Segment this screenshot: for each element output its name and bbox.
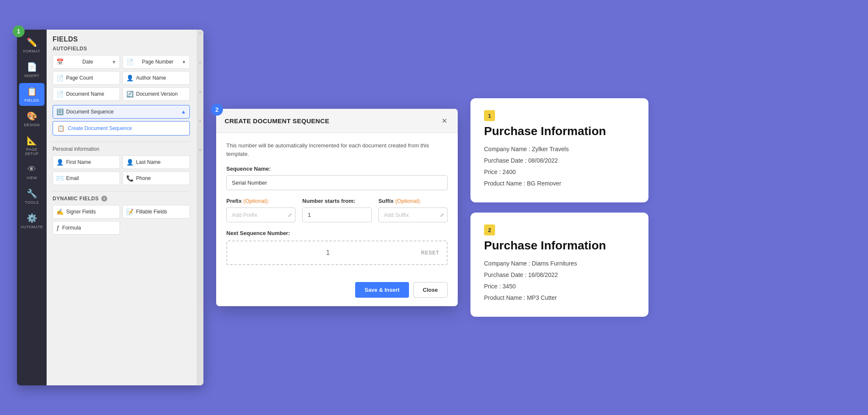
page-setup-icon: 📐 (27, 136, 37, 146)
suffix-input[interactable] (378, 208, 448, 222)
first-name-btn[interactable]: 👤 First Name (53, 155, 120, 169)
sidebar-label-automate: AUTOMATE (20, 225, 43, 229)
fillable-fields-btn[interactable]: 📝 Fillable Fields (122, 205, 190, 219)
fields-content: FIELDS AUTOFIELDS 📅 Date ▼ 📄 Page Number… (47, 30, 197, 241)
phone-label: Phone (136, 175, 151, 181)
suffix-label-text: Suffix (378, 198, 394, 204)
sidebar-item-view[interactable]: 👁 VIEW (19, 161, 45, 183)
fields-panel: FIELDS AUTOFIELDS 📅 Date ▼ 📄 Page Number… (47, 30, 203, 385)
page-count-label: Page Count (66, 75, 93, 81)
ruler-mark-1: 1 (199, 31, 201, 35)
fillable-fields-label: Fillable Fields (136, 209, 167, 215)
card2-field-2: Purchase Date : 16/08/2022 (484, 271, 635, 279)
document-sequence-row[interactable]: 🔢 Document Sequence ▲ (53, 105, 190, 119)
modal-header: CREATE DOCUMENT SEQUENCE ✕ (216, 109, 458, 133)
fields-title: FIELDS (53, 36, 190, 43)
sidebar-label-tools: TOOLS (25, 200, 39, 205)
sequence-name-label: Sequence Name: (226, 166, 448, 172)
modal-title: CREATE DOCUMENT SEQUENCE (225, 117, 329, 125)
card1-title: Purchase Information (484, 125, 635, 138)
document-name-field-btn[interactable]: 📄 Document Name (53, 87, 120, 101)
create-document-sequence-item[interactable]: 📋 Create Document Sequence (53, 121, 190, 136)
number-starts-text: Number starts from: (302, 198, 355, 204)
sidebar-item-design[interactable]: 🎨 DESIGN (19, 108, 45, 130)
doc-seq-label: Document Sequence (66, 109, 114, 115)
phone-btn[interactable]: 📞 Phone (122, 172, 190, 185)
dynamic-fields-grid: ✍️ Signer Fields 📝 Fillable Fields ƒ For… (53, 205, 190, 235)
sidebar: ✏️ FORMAT 📄 INSERT 📋 FIELDS 🎨 DESIGN 📐 P… (17, 30, 47, 385)
doc-seq-icon: 🔢 (56, 108, 64, 115)
ruler: 1 2 3 4 5 (197, 30, 203, 385)
divider2 (53, 191, 190, 191)
sidebar-item-insert[interactable]: 📄 INSERT (19, 58, 45, 81)
card2-field-1: Company Name : Diams Furnitures (484, 259, 635, 268)
page-number-field-btn[interactable]: 📄 Page Number ▼ (122, 55, 190, 69)
last-name-btn[interactable]: 👤 Last Name (122, 155, 190, 169)
close-button[interactable]: Close (413, 282, 448, 298)
suffix-expand-icon[interactable]: ⤢ (440, 212, 444, 218)
formula-label: Formula (62, 225, 81, 231)
prefix-col: Prefix (Optional): ⤢ (226, 198, 295, 222)
personal-info-grid: 👤 First Name 👤 Last Name ✉️ Email 📞 Phon… (53, 155, 190, 185)
insert-icon: 📄 (27, 62, 37, 72)
modal-description: This number will be automatically increm… (226, 141, 448, 158)
formula-icon: ƒ (56, 224, 60, 231)
autofields-section-title: AUTOFIELDS (53, 46, 190, 52)
signer-fields-btn[interactable]: ✍️ Signer Fields (53, 205, 120, 219)
dynamic-info-icon: i (101, 196, 107, 202)
prefix-optional-text: (Optional): (243, 198, 269, 204)
left-panel: 1 ✏️ FORMAT 📄 INSERT 📋 FIELDS 🎨 DESIGN 📐 (17, 30, 203, 385)
sequence-name-input[interactable] (226, 175, 448, 190)
dynamic-fields-title: DYNAMIC FIELDS i (53, 196, 190, 202)
document-name-label: Document Name (66, 91, 104, 97)
modal-footer: Save & Insert Close (216, 282, 458, 306)
sidebar-item-fields[interactable]: 📋 FIELDS (19, 83, 45, 106)
sidebar-label-view: VIEW (26, 176, 37, 180)
app-window: ✏️ FORMAT 📄 INSERT 📋 FIELDS 🎨 DESIGN 📐 P… (17, 30, 203, 385)
personal-info-title: Personal information (53, 146, 190, 152)
first-name-icon: 👤 (56, 159, 64, 166)
chevron-up-icon: ▲ (181, 109, 186, 115)
page-number-label: Page Number (142, 59, 173, 65)
prefix-expand-icon[interactable]: ⤢ (288, 212, 292, 218)
tools-icon: 🔧 (27, 188, 37, 199)
formula-btn[interactable]: ƒ Formula (53, 221, 120, 235)
number-starts-input[interactable] (302, 208, 371, 222)
page-count-field-btn[interactable]: 📄 Page Count (53, 71, 120, 85)
document-version-icon: 🔄 (126, 91, 134, 97)
date-icon: 📅 (56, 58, 64, 65)
card2-badge: 2 (484, 224, 495, 235)
card1-field-3: Price : 2400 (484, 168, 635, 177)
suffix-label-row: Suffix (Optional): (378, 198, 448, 204)
sidebar-label-page-setup: PAGE SETUP (21, 147, 43, 156)
author-name-field-btn[interactable]: 👤 Author Name (122, 71, 190, 85)
suffix-optional-text: (Optional): (395, 198, 421, 204)
suffix-col: Suffix (Optional): ⤢ (378, 198, 448, 222)
doc-card-2: 2 Purchase Information Company Name : Di… (470, 213, 648, 317)
sidebar-label-insert: INSERT (24, 74, 39, 78)
card1-field-1: Company Name : Zylker Travels (484, 145, 635, 154)
divider (53, 141, 190, 142)
email-label: Email (66, 175, 79, 181)
doc-seq-left: 🔢 Document Sequence (56, 108, 114, 115)
save-insert-button[interactable]: Save & Insert (355, 282, 409, 298)
sidebar-label-design: DESIGN (24, 123, 40, 127)
phone-icon: 📞 (126, 175, 134, 182)
email-icon: ✉️ (56, 175, 64, 182)
sidebar-item-automate[interactable]: ⚙️ AUTOMATE (19, 210, 45, 232)
suffix-input-wrapper: ⤢ (378, 208, 448, 222)
date-field-btn[interactable]: 📅 Date ▼ (53, 55, 120, 69)
autofield-grid: 📅 Date ▼ 📄 Page Number ▼ 📄 Page Count (53, 55, 190, 101)
prefix-input[interactable] (226, 208, 295, 222)
sidebar-item-page-setup[interactable]: 📐 PAGE SETUP (19, 132, 45, 159)
sidebar-item-format[interactable]: ✏️ FORMAT (19, 34, 45, 57)
reset-button[interactable]: RESET (421, 250, 439, 256)
document-version-field-btn[interactable]: 🔄 Document Version (122, 87, 190, 101)
sidebar-item-tools[interactable]: 🔧 TOOLS (19, 185, 45, 208)
page-number-dropdown-arrow: ▼ (182, 60, 186, 64)
email-btn[interactable]: ✉️ Email (53, 172, 120, 185)
fillable-fields-icon: 📝 (126, 208, 134, 215)
modal-close-button[interactable]: ✕ (439, 116, 449, 126)
create-document-sequence-modal: CREATE DOCUMENT SEQUENCE ✕ This number w… (216, 109, 458, 306)
fields-icon: 📋 (27, 86, 37, 97)
